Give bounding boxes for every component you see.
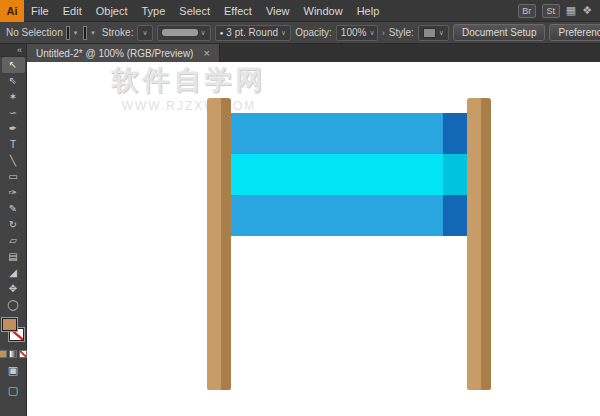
banner-stripe-middle[interactable] xyxy=(231,154,467,195)
magic-wand-tool-icon: ✶ xyxy=(9,92,17,102)
fill-dropdown-arrow-icon[interactable]: ▾ xyxy=(74,29,78,37)
right-post-shadow xyxy=(481,98,491,390)
main-area: « ↖ ⇖ ✶ ∽ ✒ T ╲ ▭ xyxy=(0,44,600,416)
none-button[interactable] xyxy=(19,350,27,358)
zoom-tool-icon: ◯ xyxy=(7,300,18,310)
caret-down-icon: ∨ xyxy=(201,29,206,37)
document-tab-bar: Untitled-2* @ 100% (RGB/Preview) × xyxy=(27,44,600,62)
uniform-profile-icon xyxy=(162,29,198,36)
color-button[interactable] xyxy=(0,350,7,358)
selection-status: No Selection xyxy=(6,27,63,38)
stroke-label: Stroke: xyxy=(102,27,134,38)
left-post-highlight xyxy=(207,98,221,390)
app-bar-icons: Br St ▦ ❖ xyxy=(518,4,600,18)
rotate-tool-icon: ↻ xyxy=(9,220,17,230)
pencil-tool-button[interactable]: ✎ xyxy=(2,201,25,217)
direct-selection-tool-button[interactable]: ⇖ xyxy=(2,73,25,89)
toolbar-swatches xyxy=(0,318,26,346)
menu-window[interactable]: Window xyxy=(297,0,350,22)
right-post-shape[interactable] xyxy=(467,98,491,390)
banner-stripe-top-shade xyxy=(443,113,467,154)
lasso-tool-button[interactable]: ∽ xyxy=(2,105,25,121)
arrange-documents-icon[interactable]: ▦ xyxy=(566,4,576,17)
menu-bar: Ai File Edit Object Type Select Effect V… xyxy=(0,0,600,22)
rotate-tool-button[interactable]: ↻ xyxy=(2,217,25,233)
watermark: 软件自学网 WWW.RJZXW.COM xyxy=(69,62,309,113)
caret-down-icon: ∨ xyxy=(142,29,147,37)
toolbar-collapse-button[interactable]: « xyxy=(0,44,26,57)
banner-stripe-top[interactable] xyxy=(231,113,467,154)
stroke-weight-dropdown[interactable]: ∨ xyxy=(137,25,152,41)
pencil-tool-icon: ✎ xyxy=(9,204,17,214)
hand-tool-icon: ✥ xyxy=(9,284,17,294)
fill-color-swatch[interactable] xyxy=(67,27,69,39)
direct-selection-tool-icon: ⇖ xyxy=(9,76,17,86)
stock-button[interactable]: St xyxy=(542,4,560,18)
brush-dot-icon: ● xyxy=(220,30,224,36)
workspace-switcher-icon[interactable]: ❖ xyxy=(582,4,592,17)
toolbar-fill-swatch[interactable] xyxy=(2,318,17,331)
menu-edit[interactable]: Edit xyxy=(56,0,89,22)
menu-type[interactable]: Type xyxy=(135,0,173,22)
left-post-shape[interactable] xyxy=(207,98,231,390)
line-segment-tool-button[interactable]: ╲ xyxy=(2,153,25,169)
artboard-canvas[interactable]: 软件自学网 WWW.RJZXW.COM xyxy=(27,62,600,416)
paintbrush-tool-icon: ✑ xyxy=(9,188,17,198)
document-tab[interactable]: Untitled-2* @ 100% (RGB/Preview) × xyxy=(27,44,220,62)
opacity-dropdown[interactable]: 100% ∨ xyxy=(336,25,378,41)
document-tab-title: Untitled-2* @ 100% (RGB/Preview) xyxy=(36,48,193,59)
menu-object[interactable]: Object xyxy=(89,0,135,22)
preferences-button[interactable]: Preferences xyxy=(549,24,600,41)
brush-definition-value: 3 pt. Round xyxy=(226,27,278,38)
style-label: Style: xyxy=(389,27,414,38)
menu-select[interactable]: Select xyxy=(172,0,217,22)
type-tool-icon: T xyxy=(10,140,16,150)
screen-mode-button[interactable]: ▢ xyxy=(2,382,25,398)
stroke-color-swatch[interactable] xyxy=(84,27,86,39)
scale-tool-button[interactable]: ▱ xyxy=(2,233,25,249)
rectangle-tool-button[interactable]: ▭ xyxy=(2,169,25,185)
menu-help[interactable]: Help xyxy=(350,0,387,22)
zoom-tool-button[interactable]: ◯ xyxy=(2,297,25,313)
lasso-tool-icon: ∽ xyxy=(9,108,17,118)
banner-shape[interactable] xyxy=(231,113,467,236)
menu-file[interactable]: File xyxy=(24,0,56,22)
opacity-value: 100% xyxy=(341,27,367,38)
paintbrush-tool-button[interactable]: ✑ xyxy=(2,185,25,201)
drawing-mode-button[interactable]: ▣ xyxy=(2,362,25,378)
opacity-panel-chevron-icon[interactable]: › xyxy=(382,28,385,38)
illustrator-window: Ai File Edit Object Type Select Effect V… xyxy=(0,0,600,416)
brush-definition-dropdown[interactable]: ● 3 pt. Round ∨ xyxy=(215,25,291,41)
color-mode-row xyxy=(0,350,27,358)
gradient-tool-button[interactable]: ▤ xyxy=(2,249,25,265)
tab-close-icon[interactable]: × xyxy=(203,47,209,59)
banner-stripe-middle-shade xyxy=(443,154,467,195)
eyedropper-tool-icon: ◢ xyxy=(9,268,17,278)
hand-tool-button[interactable]: ✥ xyxy=(2,281,25,297)
menu-effect[interactable]: Effect xyxy=(217,0,259,22)
pen-tool-button[interactable]: ✒ xyxy=(2,121,25,137)
magic-wand-tool-button[interactable]: ✶ xyxy=(2,89,25,105)
rectangle-tool-icon: ▭ xyxy=(8,172,17,182)
selection-tool-icon: ↖ xyxy=(9,60,17,70)
illustrator-logo: Ai xyxy=(0,0,24,22)
banner-stripe-bottom[interactable] xyxy=(231,195,467,236)
control-bar: No Selection ▾ ▾ Stroke: ∨ ∨ ● 3 pt. Rou… xyxy=(0,22,600,44)
style-dropdown[interactable]: ∨ xyxy=(418,25,449,41)
watermark-chinese-text: 软件自学网 xyxy=(69,62,309,98)
eyedropper-tool-button[interactable]: ◢ xyxy=(2,265,25,281)
gradient-tool-icon: ▤ xyxy=(8,252,17,262)
stroke-dropdown-arrow-icon[interactable]: ▾ xyxy=(91,29,95,37)
type-tool-button[interactable]: T xyxy=(2,137,25,153)
caret-down-icon: ∨ xyxy=(369,29,374,37)
selection-tool-button[interactable]: ↖ xyxy=(2,57,25,73)
bridge-button[interactable]: Br xyxy=(518,4,536,18)
scale-tool-icon: ▱ xyxy=(9,236,17,246)
gradient-button[interactable] xyxy=(9,350,17,358)
document-setup-button[interactable]: Document Setup xyxy=(453,24,546,41)
caret-down-icon: ∨ xyxy=(281,29,286,37)
document-area: Untitled-2* @ 100% (RGB/Preview) × 软件自学网… xyxy=(27,44,600,416)
menu-view[interactable]: View xyxy=(259,0,297,22)
width-profile-dropdown[interactable]: ∨ xyxy=(157,25,211,41)
banner-stripe-bottom-shade xyxy=(443,195,467,236)
